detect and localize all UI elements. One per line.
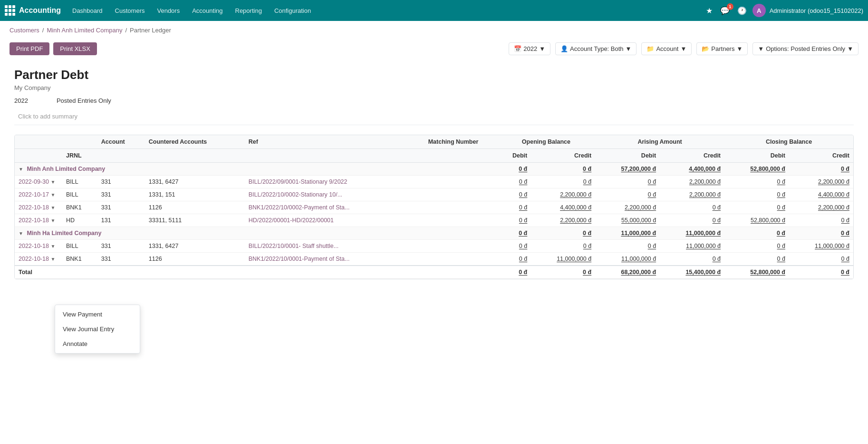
- row-cb-debit: 0 đ: [724, 240, 789, 253]
- row-ref: BILL/2022/09/0001-Stationary 9/2022: [245, 176, 410, 188]
- row-cb-credit: 2,200,000 đ: [789, 176, 853, 188]
- options-filter-label: Options: Posted Entries Only: [766, 45, 845, 52]
- partners-filter-label: Partners: [711, 45, 734, 52]
- ledger-table-wrap: Account Countered Accounts Ref Matching …: [14, 135, 854, 279]
- row-ob-credit: 0 đ: [531, 176, 595, 188]
- row-cb-credit: 2,200,000 đ: [789, 201, 853, 214]
- toggle-icon[interactable]: ▼: [19, 231, 23, 236]
- row-ob-debit: 0 đ: [497, 240, 531, 253]
- row-date: 2022-10-18 ▼: [15, 240, 62, 253]
- row-jrnl: BILL: [62, 188, 97, 201]
- nav-vendors[interactable]: Vendors: [151, 4, 185, 17]
- chevron-down-icon-2: ▼: [626, 45, 632, 52]
- total-cb-credit: 0 đ: [789, 266, 853, 279]
- clock-icon: 🕐: [737, 6, 747, 15]
- partners-icon: 📂: [702, 45, 709, 52]
- table-row: 2022-09-30 ▼ BILL 331 1331, 6427 BILL/20…: [15, 176, 853, 188]
- row-aa-debit: 55,000,000 đ: [595, 214, 660, 227]
- row-matching: [409, 240, 497, 253]
- row-date-arrow[interactable]: ▼: [50, 257, 55, 262]
- star-icon-btn[interactable]: ★: [704, 4, 714, 17]
- toggle-icon[interactable]: ▼: [19, 167, 23, 172]
- account-filter-button[interactable]: 📁 Account ▼: [641, 42, 692, 55]
- row-date-arrow[interactable]: ▼: [50, 244, 55, 249]
- row-aa-credit: 11,000,000 đ: [660, 240, 724, 253]
- breadcrumb: Customers / Minh Anh Limited Company / P…: [0, 21, 868, 39]
- print-xlsx-button[interactable]: Print XLSX: [53, 42, 97, 55]
- row-countered: 33311, 5111: [145, 214, 245, 227]
- summary-placeholder[interactable]: Click to add summary: [14, 108, 854, 125]
- row-aa-debit: 2,200,000 đ: [595, 201, 660, 214]
- row-ob-credit: 2,200,000 đ: [531, 214, 595, 227]
- nav-customers[interactable]: Customers: [109, 4, 151, 17]
- topbar-right: ★ 💬 1 🕐 A Administrator (odoo15_15102022…: [704, 4, 863, 17]
- group-row: ▼ Minh Ha Limited Company 0 đ 0 đ 11,000…: [15, 227, 853, 240]
- group-ob-credit: 0 đ: [531, 227, 595, 240]
- row-aa-credit: 0 đ: [660, 214, 724, 227]
- row-account: 331: [97, 240, 145, 253]
- row-jrnl: BILL: [62, 240, 97, 253]
- nav-accounting[interactable]: Accounting: [186, 4, 228, 17]
- clock-icon-btn[interactable]: 🕐: [735, 4, 749, 17]
- row-ob-credit: 0 đ: [531, 240, 595, 253]
- row-date-arrow[interactable]: ▼: [50, 179, 55, 185]
- username-label[interactable]: Administrator (odoo15_15102022): [770, 7, 863, 14]
- row-aa-debit: 0 đ: [595, 240, 660, 253]
- row-ref: BNK1/2022/10/0002-Payment of Sta...: [245, 201, 410, 214]
- user-avatar[interactable]: A: [752, 4, 766, 17]
- th-countered: Countered Accounts: [145, 135, 245, 149]
- print-pdf-button[interactable]: Print PDF: [10, 42, 49, 55]
- toolbar-right: 📅 2022 ▼ 👤 Account Type: Both ▼ 📁 Accoun…: [509, 42, 858, 55]
- row-ref: HD/2022/00001-HD/2022/00001: [245, 214, 410, 227]
- total-ob-debit: 0 đ: [497, 266, 531, 279]
- row-date: 2022-09-30 ▼: [15, 176, 62, 188]
- account-type-icon: 👤: [560, 45, 568, 52]
- breadcrumb-customers[interactable]: Customers: [10, 27, 39, 34]
- th-ref-sub: [245, 149, 410, 163]
- row-countered: 1331, 151: [145, 188, 245, 201]
- th-cb-debit: Debit: [724, 149, 789, 163]
- row-countered: 1331, 6427: [145, 240, 245, 253]
- nav-configuration[interactable]: Configuration: [269, 4, 317, 17]
- group-name: ▼ Minh Ha Limited Company: [15, 227, 497, 240]
- nav-reporting[interactable]: Reporting: [230, 4, 268, 17]
- chevron-down-icon-5: ▼: [847, 45, 853, 52]
- group-aa-debit: 57,200,000 đ: [595, 163, 660, 176]
- table-row: 2022-10-18 ▼ BNK1 331 1126 BNK1/2022/10/…: [15, 201, 853, 214]
- group-label[interactable]: Minh Ha Limited Company: [27, 230, 101, 237]
- row-cb-debit: 0 đ: [724, 201, 789, 214]
- total-aa-credit: 15,400,000 đ: [660, 266, 724, 279]
- report-content: Partner Debt My Company 2022 Posted Entr…: [0, 63, 868, 284]
- partners-filter-button[interactable]: 📂 Partners ▼: [696, 42, 748, 55]
- notification-badge: 1: [727, 3, 733, 10]
- account-filter-label: Account: [656, 45, 678, 52]
- row-ob-credit: 4,400,000 đ: [531, 201, 595, 214]
- row-cb-credit: 11,000,000 đ: [789, 240, 853, 253]
- options-filter-button[interactable]: ▼ Options: Posted Entries Only ▼: [752, 42, 858, 55]
- row-date-arrow[interactable]: ▼: [50, 218, 55, 223]
- row-date: 2022-10-18 ▼: [15, 214, 62, 227]
- nav-dashboard[interactable]: Dashboard: [67, 4, 108, 17]
- year-filter-button[interactable]: 📅 2022 ▼: [509, 42, 550, 55]
- row-date-arrow[interactable]: ▼: [50, 205, 55, 210]
- row-aa-credit: 0 đ: [660, 201, 724, 214]
- th-jrnl-sub: JRNL: [62, 149, 97, 163]
- group-aa-credit: 4,400,000 đ: [660, 163, 724, 176]
- app-brand[interactable]: Accounting: [5, 5, 61, 16]
- th-aa-debit: Debit: [595, 149, 660, 163]
- group-aa-debit: 11,000,000 đ: [595, 227, 660, 240]
- total-label: Total: [15, 266, 497, 279]
- folder-icon: 📁: [646, 45, 654, 52]
- row-jrnl: BNK1: [62, 253, 97, 266]
- row-ob-debit: 0 đ: [497, 188, 531, 201]
- th-matching-sub: [409, 149, 497, 163]
- row-date-arrow[interactable]: ▼: [50, 192, 55, 197]
- th-cb-credit: Credit: [789, 149, 853, 163]
- group-label[interactable]: Minh Anh Limited Company: [27, 166, 105, 172]
- messages-icon-btn[interactable]: 💬 1: [718, 4, 732, 17]
- breadcrumb-company[interactable]: Minh Anh Limited Company: [47, 27, 122, 34]
- row-cb-credit: 0 đ: [789, 253, 853, 266]
- table-row: 2022-10-17 ▼ BILL 331 1331, 151 BILL/202…: [15, 188, 853, 201]
- account-type-label: Account Type: Both: [570, 45, 624, 52]
- account-type-filter-button[interactable]: 👤 Account Type: Both ▼: [555, 42, 637, 55]
